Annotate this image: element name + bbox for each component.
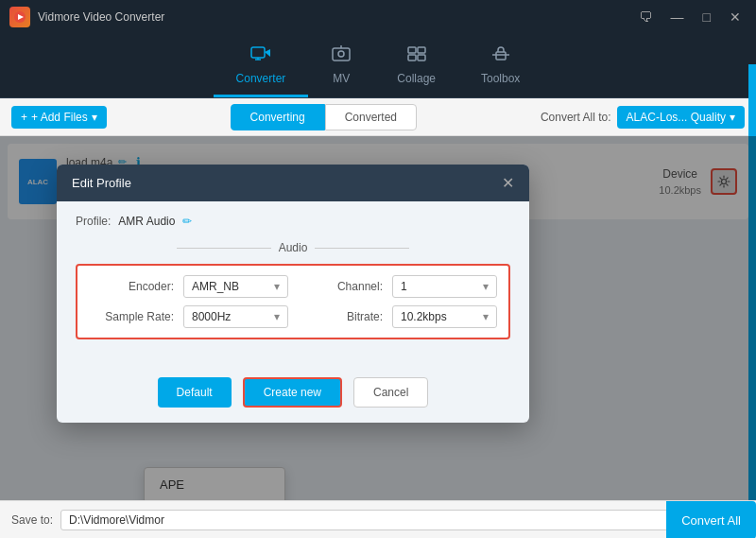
svg-rect-9 [408, 47, 416, 53]
title-bar-controls: 🗨 — □ ✕ [633, 8, 747, 26]
bitrate-label: Bitrate: [298, 310, 383, 323]
encoder-label: Encoder: [89, 280, 174, 293]
svg-marker-5 [265, 49, 270, 57]
channel-label: Channel: [298, 280, 383, 293]
convert-all-label: Convert All to: [541, 111, 611, 124]
encoder-chevron-icon: ▾ [274, 280, 280, 293]
nav-toolbox[interactable]: Toolbox [458, 37, 542, 97]
bitrate-select[interactable]: 10.2kbps ▾ [392, 305, 497, 328]
collage-icon [406, 44, 427, 68]
edit-profile-icon[interactable]: ✏ [182, 215, 192, 228]
edit-profile-modal: Edit Profile ✕ Profile: AMR Audio ✏ Audi… [57, 165, 529, 423]
restore-btn[interactable]: — [665, 8, 690, 26]
bitrate-chevron-icon: ▾ [483, 310, 489, 323]
close-btn[interactable]: ✕ [724, 8, 747, 26]
minimize-btn[interactable]: 🗨 [633, 8, 658, 26]
cancel-button[interactable]: Cancel [353, 377, 428, 408]
encoder-row: Encoder: AMR_NB ▾ Channel: 1 ▾ [89, 275, 497, 298]
channel-chevron-icon: ▾ [483, 280, 489, 293]
tab-converting[interactable]: Converting [231, 104, 325, 130]
nav-converter[interactable]: Converter [214, 37, 309, 97]
add-files-button[interactable]: + + Add Files ▾ [11, 106, 107, 129]
toolbox-icon [490, 44, 511, 68]
main-content: ALAC load.m4a ✏ ℹ ⏱ 00:02:43 Subtitle Di… [0, 136, 756, 500]
nav-mv[interactable]: MV [308, 37, 374, 97]
converter-label: Converter [236, 72, 286, 85]
maximize-btn[interactable]: □ [697, 8, 716, 26]
toolbar-tabs: Converting Converted [231, 104, 417, 130]
sample-rate-row: Sample Rate: 8000Hz ▾ Bitrate: 10.2kbps … [89, 305, 497, 328]
svg-rect-6 [333, 48, 350, 61]
svg-rect-11 [408, 55, 416, 61]
convert-all-section: Convert All to: ALAC-Los... Quality ▾ [541, 106, 745, 129]
toolbox-label: Toolbox [481, 72, 520, 85]
add-files-label: + Add Files [31, 111, 88, 124]
mv-label: MV [333, 72, 350, 85]
channel-value: 1 [401, 280, 407, 293]
nav-collage[interactable]: Collage [374, 37, 458, 97]
nav-bar: Converter MV Collage Toolbox [0, 34, 756, 98]
svg-rect-10 [418, 47, 425, 53]
create-new-button[interactable]: Create new [243, 377, 342, 408]
title-bar: Vidmore Video Converter 🗨 — □ ✕ [0, 0, 756, 34]
svg-rect-13 [496, 52, 506, 60]
dropdown-arrow-icon: ▾ [92, 111, 97, 124]
channel-select[interactable]: 1 ▾ [392, 275, 497, 298]
bitrate-value: 10.2kbps [401, 310, 447, 323]
save-to-label: Save to: [11, 513, 53, 527]
profile-name: AMR Audio [118, 215, 175, 228]
collage-label: Collage [397, 72, 436, 85]
encoder-value: AMR_NB [192, 280, 239, 293]
sample-rate-select[interactable]: 8000Hz ▾ [183, 305, 288, 328]
mv-icon [331, 44, 352, 68]
sample-rate-label: Sample Rate: [89, 310, 174, 323]
default-button[interactable]: Default [158, 377, 232, 408]
add-icon: + [21, 111, 27, 124]
audio-section-header: Audio [76, 241, 510, 254]
toolbar: + + Add Files ▾ Converting Converted Con… [0, 98, 756, 136]
modal-title: Edit Profile [72, 176, 131, 190]
audio-settings-grid: Encoder: AMR_NB ▾ Channel: 1 ▾ Sample Ra… [76, 264, 510, 339]
quality-dropdown-button[interactable]: ALAC-Los... Quality ▾ [617, 106, 745, 129]
quality-dropdown-arrow: ▾ [730, 111, 735, 124]
modal-footer: Default Create new Cancel [57, 368, 529, 423]
sample-rate-chevron-icon: ▾ [274, 310, 280, 323]
tab-converted[interactable]: Converted [325, 104, 417, 130]
profile-row: Profile: AMR Audio ✏ [76, 215, 510, 228]
modal-close-button[interactable]: ✕ [502, 174, 514, 192]
sample-rate-value: 8000Hz [192, 310, 231, 323]
encoder-select[interactable]: AMR_NB ▾ [183, 275, 288, 298]
bottom-bar: Save to: D:\Vidmore\Vidmor Convert All [0, 500, 756, 538]
svg-rect-2 [251, 47, 265, 58]
converter-icon [250, 44, 271, 68]
convert-all-button[interactable]: Convert All [666, 501, 756, 538]
modal-header: Edit Profile ✕ [57, 165, 529, 201]
profile-label: Profile: [76, 215, 111, 228]
svg-rect-12 [418, 55, 425, 61]
quality-label: ALAC-Los... Quality [627, 111, 726, 124]
save-path: D:\Vidmore\Vidmor [60, 510, 745, 530]
app-logo [9, 7, 30, 27]
modal-body: Profile: AMR Audio ✏ Audio Encoder: AMR_… [57, 201, 529, 368]
app-title: Vidmore Video Converter [38, 10, 164, 24]
svg-point-7 [338, 51, 344, 57]
title-bar-left: Vidmore Video Converter [9, 7, 164, 27]
